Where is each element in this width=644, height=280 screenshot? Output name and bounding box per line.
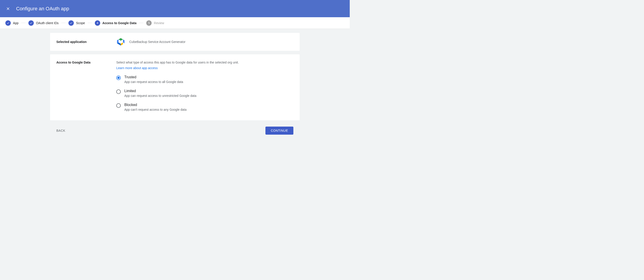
access-google-data-card: Access to Google Data Select what type o… (50, 54, 300, 120)
svg-marker-2 (123, 39, 124, 44)
radio-trusted[interactable]: Trusted App can request access to all Go… (116, 75, 294, 84)
step-oauth-client-ids[interactable]: OAuth client IDs (28, 20, 58, 26)
svg-marker-1 (118, 38, 123, 41)
selected-application-label: Selected application (56, 40, 116, 44)
radio-title: Blocked (124, 103, 186, 107)
continue-button[interactable]: CONTINUE (266, 126, 294, 135)
check-icon (5, 20, 11, 26)
step-divider (139, 23, 144, 23)
access-description: Select what type of access this app has … (116, 60, 294, 64)
check-icon (28, 20, 34, 26)
step-number-icon: 5 (146, 20, 152, 26)
step-label: Review (154, 21, 164, 25)
step-access-google-data[interactable]: 4 Access to Google Data (95, 20, 137, 26)
step-divider (21, 23, 26, 23)
close-button[interactable] (5, 6, 11, 12)
step-label: OAuth client IDs (36, 21, 58, 25)
access-radio-group: Trusted App can request access to all Go… (116, 75, 294, 111)
learn-more-link[interactable]: Learn more about app access (116, 66, 158, 70)
check-icon (68, 20, 74, 26)
page-title: Configure an OAuth app (16, 6, 69, 12)
close-icon (6, 6, 10, 11)
step-label: Access to Google Data (102, 21, 137, 25)
step-divider (88, 23, 92, 23)
step-review: 5 Review (146, 20, 164, 26)
radio-limited[interactable]: Limited App can request access to unrest… (116, 89, 294, 98)
radio-icon (116, 76, 121, 80)
step-scope[interactable]: Scope (68, 20, 85, 26)
radio-title: Limited (124, 89, 196, 93)
radio-title: Trusted (124, 75, 183, 79)
step-label: App (13, 21, 18, 25)
selected-application-card: Selected application CubeBackup Service … (50, 33, 300, 51)
radio-subtitle: App can request access to all Google dat… (124, 80, 183, 84)
radio-subtitle: App can't request access to any Google d… (124, 108, 186, 111)
radio-blocked[interactable]: Blocked App can't request access to any … (116, 103, 294, 111)
radio-subtitle: App can request access to unrestricted G… (124, 94, 196, 98)
app-name: CubeBackup Service Account Generator (129, 40, 185, 44)
app-icon (116, 37, 125, 46)
header-bar: Configure an OAuth app (0, 0, 350, 17)
step-app[interactable]: App (5, 20, 18, 26)
footer-actions: BACK CONTINUE (50, 120, 300, 135)
radio-icon (116, 103, 121, 108)
content-area: Selected application CubeBackup Service … (0, 29, 350, 135)
step-number-icon: 4 (95, 20, 100, 26)
stepper: App OAuth client IDs Scope 4 Access to G… (0, 17, 350, 29)
step-divider (61, 23, 66, 23)
svg-marker-3 (121, 42, 123, 46)
radio-icon (116, 90, 121, 94)
step-label: Scope (76, 21, 85, 25)
back-button[interactable]: BACK (56, 129, 65, 132)
access-section-title: Access to Google Data (56, 60, 116, 111)
